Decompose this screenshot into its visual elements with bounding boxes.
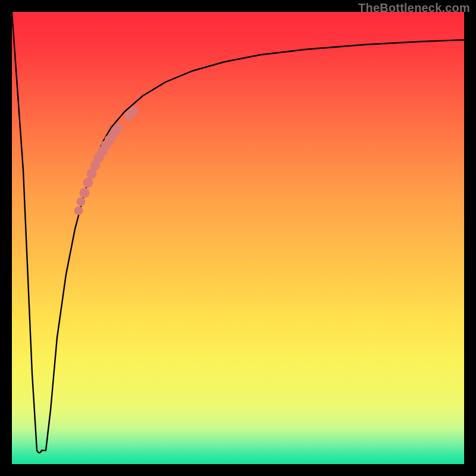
svg-point-3 [83, 178, 93, 187]
user-range-marker [74, 107, 138, 215]
svg-point-1 [77, 198, 85, 206]
svg-point-15 [130, 107, 138, 115]
watermark-text: TheBottleneck.com [358, 1, 470, 15]
chart-frame: TheBottleneck.com [0, 0, 476, 476]
bottleneck-curve [12, 12, 464, 453]
svg-point-12 [114, 123, 123, 131]
svg-point-0 [74, 206, 83, 215]
chart-svg [12, 12, 464, 464]
svg-point-2 [80, 188, 89, 198]
